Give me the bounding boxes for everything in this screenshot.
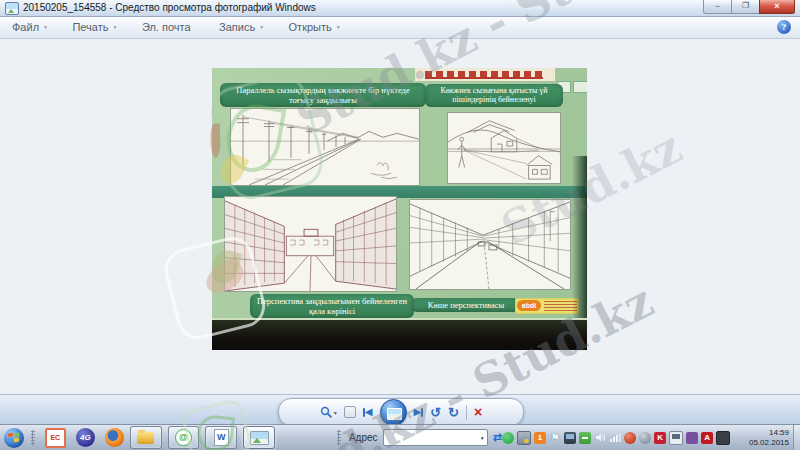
clock-date: 05.02.2015 <box>737 438 789 448</box>
delete-button[interactable]: × <box>474 405 482 419</box>
show-desktop-button[interactable] <box>793 425 800 450</box>
tray-update-icon[interactable] <box>624 432 636 444</box>
chevron-down-icon: ▼ <box>336 17 341 38</box>
magnifier-icon <box>320 406 333 419</box>
chevron-down-icon: ▾ <box>334 409 337 416</box>
title-bar: 20150205_154558 - Средство просмотра фот… <box>0 0 800 17</box>
taskbar: ЕС 4G @ W Адрес ▼ ⇄ 1 ⚑ K A 14:59 05.02.… <box>0 424 800 450</box>
poster-top-strip <box>415 68 555 81</box>
close-button[interactable]: × <box>759 0 795 14</box>
next-button[interactable]: ▶ <box>414 407 424 417</box>
chevron-down-icon: ▼ <box>43 17 48 38</box>
taskbar-app-firefox[interactable] <box>105 428 124 447</box>
zoom-button[interactable]: ▾ <box>320 406 337 419</box>
ec-app-icon: ЕС <box>45 428 66 448</box>
menu-open[interactable]: Открыть▼ <box>289 17 341 38</box>
photo-edge-shadow <box>572 156 587 318</box>
actual-size-button[interactable] <box>344 406 356 418</box>
tray-acrobat-icon[interactable]: A <box>701 432 713 444</box>
taskbar-app-word[interactable]: W <box>205 426 237 449</box>
poster-red-title-fragment <box>425 71 543 79</box>
poster-caption-bottom-left: Перспектива заңдылығымен бейнеленген қал… <box>250 294 414 318</box>
slideshow-image-icon <box>387 408 402 420</box>
folder-icon <box>137 432 154 444</box>
drawing-houses-horizon <box>447 112 561 184</box>
word-document-icon: W <box>214 429 229 446</box>
next-arrow-icon: ▶ <box>414 407 422 417</box>
tray-1c-icon[interactable]: 1 <box>534 432 546 444</box>
poster-caption-top-right: Көкжиек сызығына қатысты үй пішіндерінің… <box>425 84 563 107</box>
taskbar-app-mail-agent[interactable]: @ <box>168 426 200 449</box>
taskbar-grip[interactable] <box>31 430 35 446</box>
tray-usb-icon[interactable] <box>579 432 591 444</box>
minimize-button[interactable]: – <box>703 0 732 14</box>
toolbar-divider <box>466 405 467 420</box>
viewer-toolbar: ▾ ◀ ▶ ↺ ↻ × <box>278 398 524 426</box>
taskbar-app-explorer[interactable] <box>130 426 162 449</box>
start-button[interactable] <box>4 428 24 448</box>
chevron-down-icon: ▼ <box>480 435 485 441</box>
poster-brand-strip: abdi <box>515 298 579 314</box>
system-tray: 1 ⚑ K A 14:59 05.02.2015 <box>502 425 800 450</box>
viewer-toolbar-band: ▾ ◀ ▶ ↺ ↻ × <box>0 394 800 426</box>
viewer-content-area: Параллель сызықтардың көкжиекте бір нүкт… <box>0 39 800 393</box>
menu-burn-label: Запись <box>219 17 255 38</box>
tray-network-signal-icon[interactable] <box>609 432 621 444</box>
poster-caption-top-left: Параллель сызықтардың көкжиекте бір нүкт… <box>220 83 426 107</box>
address-input[interactable]: ▼ <box>383 429 488 446</box>
toolbar-grip[interactable] <box>337 430 341 446</box>
tray-volume-icon[interactable] <box>594 432 606 444</box>
tray-purple-app-icon[interactable] <box>686 432 698 444</box>
chevron-down-icon: ▼ <box>259 17 264 38</box>
menu-open-label: Открыть <box>289 17 332 38</box>
next-bar-icon <box>421 408 423 417</box>
poster-caption-bottom-right: Көше перспективасы <box>411 298 521 312</box>
rotate-ccw-button[interactable]: ↺ <box>430 406 441 419</box>
tray-scheduler-icon[interactable] <box>639 432 651 444</box>
tray-dark-app-icon[interactable] <box>716 431 730 445</box>
menu-print[interactable]: Печать▼ <box>72 17 117 38</box>
previous-button[interactable]: ◀ <box>363 407 373 417</box>
taskbar-app-4g-modem[interactable]: 4G <box>76 428 95 447</box>
address-go-button[interactable]: ⇄ <box>493 431 502 444</box>
menu-burn[interactable]: Запись▼ <box>219 17 264 38</box>
photo-image: Параллель сызықтардың көкжиекте бір нүкт… <box>212 68 587 350</box>
address-toolbar-label: Адрес <box>349 432 378 443</box>
mail-agent-icon: @ <box>175 429 192 446</box>
menu-bar: Файл▼ Печать▼ Эл. почта Запись▼ Открыть▼… <box>0 17 800 39</box>
drawing-city-view <box>224 196 397 292</box>
tray-display-icon[interactable] <box>564 432 576 444</box>
4g-modem-icon: 4G <box>76 428 95 447</box>
drawing-railway-perspective <box>230 108 420 186</box>
tray-monitor-icon[interactable] <box>669 431 683 445</box>
window-controls: – ❐ × <box>704 0 795 14</box>
tray-network-key-icon[interactable] <box>517 431 531 445</box>
photo-viewer-app-icon <box>5 2 19 15</box>
menu-file[interactable]: Файл▼ <box>12 17 48 38</box>
help-icon[interactable]: ? <box>777 20 791 34</box>
taskbar-app-photo-viewer[interactable] <box>243 426 275 449</box>
photo-dark-foreground <box>212 318 587 350</box>
window-title: 20150205_154558 - Средство просмотра фот… <box>23 2 316 13</box>
tray-action-center-flag-icon[interactable]: ⚑ <box>549 432 561 444</box>
poster-corner-block <box>573 81 587 93</box>
menu-file-label: Файл <box>12 17 39 38</box>
menu-email-label: Эл. почта <box>142 17 191 38</box>
taskbar-app-ec[interactable]: ЕС <box>45 428 66 448</box>
menu-print-label: Печать <box>72 17 108 38</box>
firefox-icon <box>105 428 124 447</box>
menu-email[interactable]: Эл. почта <box>142 17 195 38</box>
taskbar-clock[interactable]: 14:59 05.02.2015 <box>737 428 789 448</box>
tray-kaspersky-icon[interactable]: K <box>654 432 666 444</box>
drawing-street-perspective <box>409 199 571 290</box>
prev-arrow-icon: ◀ <box>365 407 373 417</box>
abdi-logo: abdi <box>517 300 541 311</box>
chevron-down-icon: ▼ <box>113 17 118 38</box>
slideshow-button[interactable] <box>380 399 407 426</box>
clock-time: 14:59 <box>737 428 789 438</box>
rotate-cw-button[interactable]: ↻ <box>448 406 459 419</box>
tray-agent-icon[interactable] <box>502 432 514 444</box>
photo-thumbnail-icon <box>250 431 269 445</box>
maximize-button[interactable]: ❐ <box>731 0 760 14</box>
